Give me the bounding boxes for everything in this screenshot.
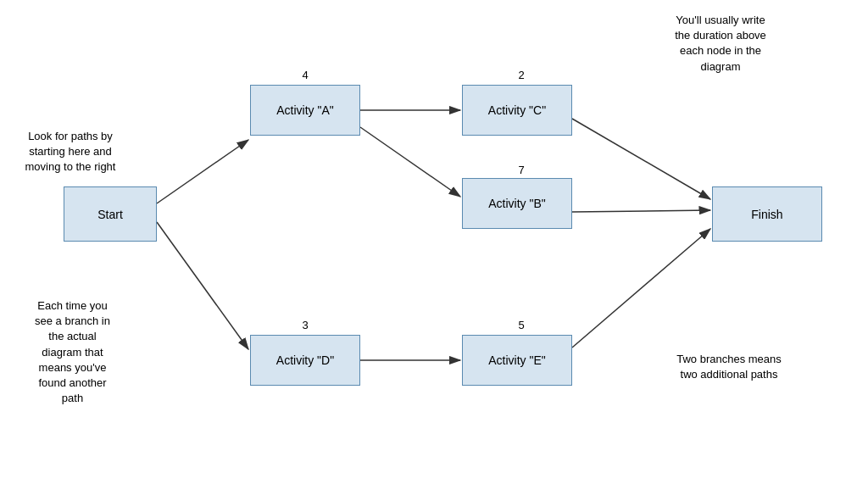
activity-e-node: Activity "E" [462,335,572,386]
finish-node: Finish [712,186,822,242]
duration-a: 4 [288,68,322,83]
svg-line-8 [572,229,710,348]
svg-line-5 [572,119,710,199]
activity-b-node: Activity "B" [462,178,572,229]
svg-line-6 [572,210,710,212]
activity-c-node: Activity "C" [462,85,572,136]
svg-line-1 [157,140,248,203]
svg-line-2 [157,222,248,349]
annotation-right-bottom: Two branches meanstwo additional paths [640,352,818,382]
start-node: Start [64,186,157,242]
duration-b: 7 [504,163,538,178]
diagram-container: Start Activity "A" Activity "C" Activity… [0,0,868,484]
duration-e: 5 [504,318,538,333]
duration-c: 2 [504,68,538,83]
duration-d: 3 [288,318,322,333]
annotation-left-top: Look for paths bystarting here andmoving… [7,129,134,175]
annotation-left-bottom: Each time yousee a branch inthe actualdi… [7,298,138,406]
svg-line-4 [360,127,460,197]
activity-d-node: Activity "D" [250,335,360,386]
activity-a-node: Activity "A" [250,85,360,136]
annotation-top-right: You'll usually writethe duration aboveea… [636,13,805,75]
